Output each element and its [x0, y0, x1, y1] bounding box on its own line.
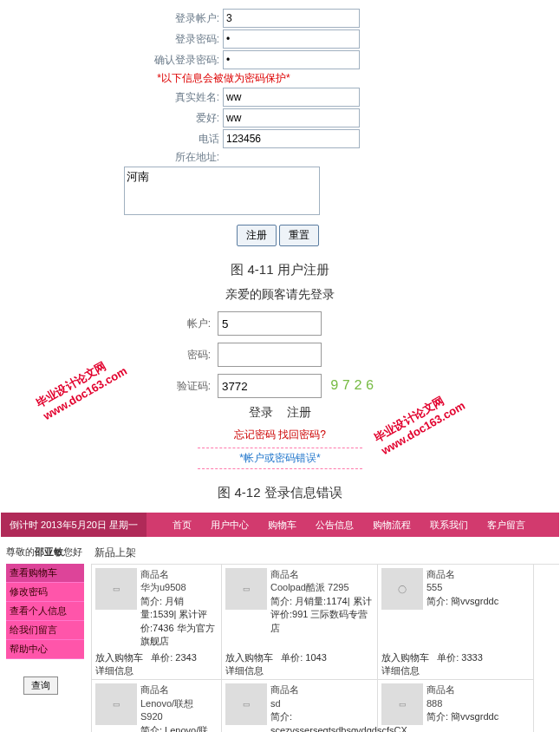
login-pwd-input[interactable]	[218, 343, 322, 367]
hobby-label: 爱好:	[107, 111, 223, 126]
product-card: ◯ 商品名555简介: 簡vvsgrddc	[378, 565, 534, 651]
nav-user-center[interactable]: 用户中心	[211, 519, 249, 532]
pwd-protect-note: *以下信息会被做为密码保护*	[107, 71, 341, 86]
hello-prefix: 尊敬的	[6, 546, 35, 557]
product-name: Lenovo/联想 S920	[140, 698, 193, 722]
product-price: 单价: 3333	[437, 652, 483, 663]
phone-input[interactable]	[223, 129, 360, 148]
sidebar-item-password[interactable]: 修改密码	[6, 583, 84, 602]
figure-4-12-caption: 图 4-12 登录信息错误	[0, 485, 560, 501]
product-desc: 简介: 月销量:1539| 累计评价:7436 华为官方旗舰店	[140, 595, 218, 649]
sidebar-item-cart[interactable]: 查看购物车	[6, 564, 84, 583]
login-form: 亲爱的顾客请先登录 帐户: 密码: 验证码:9726 登录 注册 忘记密码 找回…	[150, 287, 410, 469]
login-title: 亲爱的顾客请先登录	[150, 287, 410, 303]
login-button[interactable]: 登录	[249, 405, 273, 421]
account-input[interactable]	[223, 9, 360, 28]
product-price: 单价: 1043	[281, 652, 327, 663]
captcha-label: 验证码:	[150, 379, 218, 394]
nav-cart[interactable]: 购物车	[268, 519, 296, 532]
member-page: 倒计时 2013年5月20日 星期一 首页 用户中心 购物车 公告信息 购物流程…	[0, 512, 560, 732]
product-card: ▭ 商品名Coolpad酷派 7295简介: 月销量:1174| 累计评价:99…	[222, 565, 378, 651]
hello-username: 邵亚敏	[35, 546, 63, 557]
hello-suffix: 您好	[63, 546, 82, 557]
product-name: 555	[427, 582, 442, 592]
hobby-input[interactable]	[223, 108, 360, 127]
goto-register-button[interactable]: 注册	[287, 405, 311, 421]
login-error-message: *帐户或密码错误*	[198, 448, 362, 469]
login-account-label: 帐户:	[150, 317, 218, 331]
addr-input[interactable]: 河南	[124, 167, 320, 215]
product-image-icon: ▭	[225, 568, 267, 610]
product-desc: 简介: 月销量:1174| 累计评价:991 三际数码专营店	[270, 595, 374, 635]
register-button[interactable]: 注册	[237, 225, 277, 246]
query-button[interactable]: 查询	[23, 676, 58, 695]
captcha-image: 9726	[330, 378, 377, 394]
product-image-icon: ◯	[381, 568, 423, 610]
nav-flow[interactable]: 购物流程	[373, 519, 411, 532]
product-name: 888	[427, 698, 442, 709]
watermark-icon: 毕业设计论文网www.doc163.com	[34, 351, 130, 424]
sidebar-item-feedback[interactable]: 给我们留言	[6, 621, 84, 640]
product-image-icon: ▭	[95, 568, 137, 610]
account-label: 登录帐户:	[107, 11, 223, 26]
product-desc: 简介: 簡vvsgrddc	[427, 595, 530, 608]
product-desc: 简介: Lenovo/联想 S920 月销量:106累计评价:1043 联想手机…	[140, 724, 218, 732]
add-to-cart-button[interactable]: 放入购物车	[225, 652, 273, 663]
product-image-icon: ▭	[381, 683, 423, 725]
nav-notice[interactable]: 公告信息	[316, 519, 354, 532]
add-to-cart-button[interactable]: 放入购物车	[381, 652, 429, 663]
realname-label: 真实姓名:	[107, 90, 223, 105]
detail-link[interactable]: 详细信息	[95, 665, 133, 676]
product-card: ▭ 商品名华为u9508简介: 月销量:1539| 累计评价:7436 华为官方…	[92, 565, 222, 651]
product-name: sd	[270, 698, 281, 709]
pwd-label: 登录密码:	[107, 32, 223, 47]
product-name: Coolpad酷派 7295	[270, 582, 349, 592]
pwd2-input[interactable]	[223, 50, 360, 69]
sidebar-item-profile[interactable]: 查看个人信息	[6, 602, 84, 621]
product-card: ▭ 商品名Lenovo/联想 S920简介: Lenovo/联想 S920 月销…	[92, 680, 222, 732]
product-card: ▭ 商品名sd简介: scezvssersegtsdbsgvdgdscfsCX	[222, 680, 378, 732]
addr-label: 所在地址:	[107, 150, 223, 165]
pwd-input[interactable]	[223, 29, 360, 49]
add-to-cart-button[interactable]: 放入购物车	[95, 652, 143, 663]
login-pwd-label: 密码:	[150, 348, 218, 363]
nav-date: 倒计时 2013年5月20日 星期一	[1, 513, 147, 537]
detail-link[interactable]: 详细信息	[225, 665, 264, 676]
product-price: 单价: 2343	[151, 652, 197, 663]
figure-4-11-caption: 图 4-11 用户注册	[0, 262, 560, 278]
product-image-icon: ▭	[95, 683, 137, 725]
realname-input[interactable]	[223, 88, 360, 107]
product-card: ▭ 商品名888简介: 簡vvsgrddc	[378, 680, 534, 732]
captcha-input[interactable]	[218, 374, 322, 398]
product-desc: 简介: 簡vvsgrddc	[427, 710, 530, 723]
sidebar: 尊敬的邵亚敏您好 查看购物车 修改密码 查看个人信息 给我们留言 帮助中心 查询	[6, 544, 84, 732]
phone-label: 电话	[107, 132, 223, 147]
detail-link[interactable]: 详细信息	[381, 665, 420, 676]
registration-form: 登录帐户: 登录密码: 确认登录密码: *以下信息会被做为密码保护* 真实姓名:…	[107, 9, 453, 246]
nav-message[interactable]: 客户留言	[487, 519, 525, 532]
login-account-input[interactable]	[218, 311, 322, 336]
sidebar-item-help[interactable]: 帮助中心	[6, 640, 84, 659]
nav-home[interactable]: 首页	[173, 519, 192, 532]
pwd2-label: 确认登录密码:	[107, 53, 223, 68]
section-title: 新品上架	[94, 546, 559, 560]
product-name: 华为u9508	[140, 582, 186, 592]
top-nav: 倒计时 2013年5月20日 星期一 首页 用户中心 购物车 公告信息 购物流程…	[1, 513, 559, 537]
product-image-icon: ▭	[225, 683, 267, 725]
nav-contact[interactable]: 联系我们	[430, 519, 468, 532]
forgot-password-link[interactable]: 忘记密码 找回密码?	[150, 428, 410, 442]
reset-button[interactable]: 重置	[279, 225, 319, 246]
